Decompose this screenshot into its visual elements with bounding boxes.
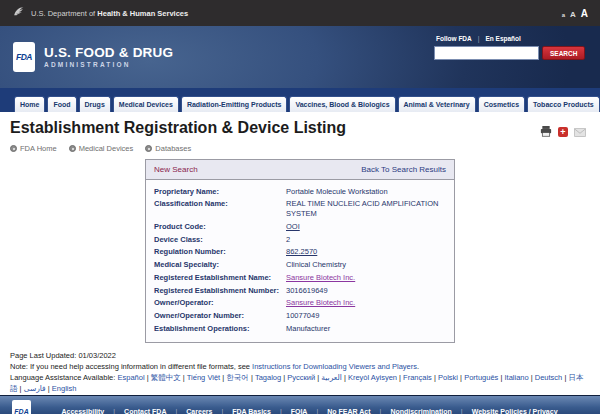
language-link[interactable]: Português	[464, 373, 498, 382]
envelope-icon[interactable]	[574, 123, 586, 141]
fda-brand-subtitle: ADMINISTRATION	[44, 62, 173, 69]
footer-link[interactable]: No FEAR Act	[327, 408, 370, 414]
language-link[interactable]: Tagalog	[255, 373, 281, 382]
footer-link-separator: |	[461, 408, 463, 414]
language-link[interactable]: 한국어	[226, 373, 249, 382]
detail-value-cell: REAL TIME NUCLEIC ACID AMPLIFICATION SYS…	[286, 199, 446, 219]
detail-value: 10077049	[286, 311, 319, 320]
fda-brand[interactable]: FDA U.S. FOOD & DRUG ADMINISTRATION	[13, 42, 173, 72]
detail-value-cell: Clinical Chemistry	[286, 260, 446, 270]
nav-tab[interactable]: Home	[14, 96, 45, 112]
language-link[interactable]: 繁體中文	[151, 373, 181, 382]
footer-fda-logo[interactable]: FDA	[12, 400, 31, 414]
footer-link-separator: |	[316, 408, 318, 414]
breadcrumb-bullet-icon	[10, 145, 17, 152]
printer-icon[interactable]	[540, 123, 552, 141]
footer-link[interactable]: Contact FDA	[124, 408, 166, 414]
nav-tab[interactable]: Cosmetics	[478, 96, 525, 112]
nav-tab[interactable]: Animal & Veterinary	[398, 96, 476, 112]
language-link[interactable]: Kreyòl Ayisyen	[348, 373, 397, 382]
header-links: Follow FDA | En Español	[434, 35, 586, 42]
language-item: Polski |	[438, 373, 464, 382]
hhs-department-link[interactable]: U.S. Department of Health & Human Servic…	[31, 9, 188, 18]
card-body: Proprietary Name: Portable Molecule Work…	[146, 180, 454, 342]
footer-link[interactable]: FDA Basics	[232, 408, 271, 414]
footer-links: Accessibility | Contact FDA | Careers | …	[31, 408, 588, 414]
detail-row: Device Class: 2	[154, 233, 446, 246]
footer-link-item: Contact FDA |	[124, 408, 177, 414]
language-link[interactable]: Italiano	[504, 373, 528, 382]
detail-value-cell: 3016619649	[286, 286, 446, 296]
nav-tab[interactable]: Medical Devices	[113, 96, 179, 112]
language-link[interactable]: Русский	[287, 373, 315, 382]
font-size-large-button[interactable]: A	[581, 8, 588, 19]
search-input[interactable]	[434, 46, 539, 60]
share-plus-icon[interactable]: +	[558, 127, 568, 137]
language-item: Español |	[117, 373, 150, 382]
follow-fda-link[interactable]: Follow FDA	[436, 35, 472, 42]
device-record-card: New Search Back To Search Results Propri…	[145, 159, 455, 343]
hhs-dept-bold: Health & Human Services	[97, 9, 188, 18]
footer: FDA Accessibility | Contact FDA | Career…	[0, 395, 600, 414]
downloading-viewers-link[interactable]: Instructions for Downloading Viewers and…	[252, 362, 417, 371]
new-search-link[interactable]: New Search	[154, 165, 198, 174]
detail-label: Owner/Operator:	[154, 298, 286, 308]
language-link[interactable]: Español	[117, 373, 144, 382]
detail-value[interactable]: OOI	[286, 222, 300, 231]
detail-row: Classification Name: REAL TIME NUCLEIC A…	[154, 198, 446, 221]
detail-row: Registered Establishment Number: 3016619…	[154, 284, 446, 297]
footer-link-separator: |	[280, 408, 282, 414]
breadcrumb-item[interactable]: Databases	[145, 144, 191, 153]
nav-tab[interactable]: Drugs	[79, 96, 111, 112]
language-item: Tiếng Việt |	[187, 373, 226, 382]
language-link[interactable]: Polski	[438, 373, 458, 382]
fda-brand-title: U.S. FOOD & DRUG	[44, 46, 173, 60]
detail-value[interactable]: Sansure Biotech Inc.	[286, 298, 355, 307]
language-link[interactable]: Français	[403, 373, 432, 382]
footer-link[interactable]: Careers	[186, 408, 212, 414]
footer-link[interactable]: Accessibility	[61, 408, 104, 414]
page-info: Page Last Updated: 01/03/2022 Note: If y…	[10, 351, 590, 395]
nav-tab[interactable]: Radiation-Emitting Products	[181, 96, 288, 112]
fda-logo[interactable]: FDA	[13, 42, 35, 72]
en-espanol-link[interactable]: En Español	[485, 35, 520, 42]
language-item: Tagalog |	[255, 373, 287, 382]
footer-link[interactable]: FOIA	[291, 408, 308, 414]
detail-value: Manufacturer	[286, 324, 330, 333]
breadcrumb-label: Medical Devices	[79, 144, 134, 153]
language-link[interactable]: English	[52, 384, 77, 393]
language-link[interactable]: Deutsch	[535, 373, 563, 382]
detail-label: Registered Establishment Name:	[154, 273, 286, 283]
doc-actions: +	[540, 123, 586, 141]
breadcrumb-item[interactable]: FDA Home	[10, 144, 57, 153]
breadcrumb-label: FDA Home	[20, 144, 57, 153]
footer-link[interactable]: Website Policies / Privacy	[472, 408, 558, 414]
back-to-search-results-link[interactable]: Back To Search Results	[361, 165, 446, 174]
language-link[interactable]: فارسی	[24, 384, 46, 393]
font-size-medium-button[interactable]: A	[570, 10, 576, 19]
breadcrumb-item[interactable]: Medical Devices	[69, 144, 134, 153]
language-item: Italiano |	[504, 373, 534, 382]
detail-value[interactable]: 862.2570	[286, 247, 317, 256]
language-item: Português |	[464, 373, 504, 382]
detail-value-cell: Sansure Biotech Inc.	[286, 298, 446, 308]
language-item: Deutsch |	[535, 373, 569, 382]
font-size-small-button[interactable]: a	[562, 12, 565, 18]
detail-label: Device Class:	[154, 235, 286, 245]
search-button[interactable]: SEARCH	[542, 46, 585, 60]
nav-tab[interactable]: Vaccines, Blood & Biologics	[289, 96, 395, 112]
language-link[interactable]: العربية	[321, 373, 342, 382]
detail-row: Product Code: OOI	[154, 220, 446, 233]
nav-tab[interactable]: Food	[47, 96, 76, 112]
breadcrumb-label: Databases	[155, 144, 191, 153]
footer-link-item: No FEAR Act |	[327, 408, 381, 414]
nav-tab[interactable]: Tobacco Products	[527, 96, 600, 112]
footer-link[interactable]: Nondiscrimination	[390, 408, 451, 414]
language-link[interactable]: Tiếng Việt	[187, 373, 220, 382]
detail-value[interactable]: Sansure Biotech Inc.	[286, 273, 355, 282]
last-updated-text: Page Last Updated: 01/03/2022	[10, 351, 590, 362]
gov-bar: U.S. Department of Health & Human Servic…	[0, 0, 600, 26]
footer-link-item: FDA Basics |	[232, 408, 281, 414]
detail-row: Registered Establishment Name: Sansure B…	[154, 271, 446, 284]
detail-label: Product Code:	[154, 222, 286, 232]
